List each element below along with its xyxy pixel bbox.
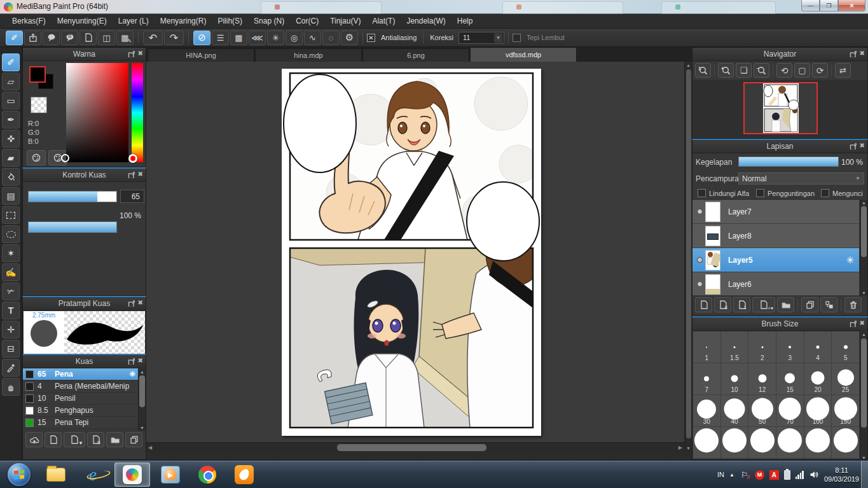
layer-blend-dropdown[interactable]: Normal ▼ bbox=[738, 172, 864, 185]
marquee-select-tool[interactable] bbox=[2, 206, 20, 224]
brush-opacity-slider[interactable] bbox=[28, 221, 117, 233]
layer-settings-icon[interactable]: ✳ bbox=[846, 254, 854, 266]
brush-tool[interactable]: ✐ bbox=[2, 53, 20, 71]
menu-pilih[interactable]: Pilih(S) bbox=[212, 15, 248, 27]
battery-icon[interactable] bbox=[784, 470, 790, 480]
hue-slider[interactable] bbox=[132, 63, 143, 162]
select-eraser-tool[interactable]: ✃ bbox=[2, 282, 20, 300]
layer-folder-button[interactable] bbox=[777, 297, 794, 312]
taskbar-ie-button[interactable]: e bbox=[76, 463, 109, 487]
brush-size-70[interactable]: 70 bbox=[776, 395, 804, 426]
snap-off-button[interactable]: ⊘ bbox=[193, 31, 210, 45]
brush-size-scrollbar[interactable]: ▲ ▼ bbox=[860, 331, 867, 461]
menu-snap[interactable]: Snap (N) bbox=[248, 15, 290, 27]
divide-tool[interactable]: ⊟ bbox=[2, 340, 20, 358]
taskbar-wmp-button[interactable]: ▶ bbox=[154, 463, 187, 487]
saturation-value-picker[interactable] bbox=[66, 63, 128, 162]
brush-size-12[interactable]: 12 bbox=[748, 363, 776, 394]
menu-cor[interactable]: Cor(C) bbox=[290, 15, 324, 27]
brush-size-3[interactable]: 3 bbox=[776, 331, 804, 363]
brush-size-20[interactable]: 20 bbox=[804, 363, 832, 394]
avira-tray-icon[interactable]: A bbox=[769, 470, 779, 480]
tab-hina-mdp[interactable]: hina.mdp bbox=[255, 48, 362, 62]
text-tool[interactable]: T bbox=[2, 302, 20, 319]
foreground-color-swatch[interactable] bbox=[29, 66, 46, 83]
canvas-page[interactable] bbox=[282, 69, 541, 436]
navigator-view-rect[interactable] bbox=[743, 82, 818, 134]
hand-tool[interactable] bbox=[2, 378, 20, 396]
volume-icon[interactable] bbox=[809, 470, 819, 480]
fill-shape-tool[interactable]: ▰ bbox=[2, 149, 20, 167]
close-icon[interactable]: ✖ bbox=[138, 300, 143, 306]
brush-size-30[interactable]: 30 bbox=[693, 395, 720, 426]
vector-pen-tool[interactable]: ✒ bbox=[2, 111, 20, 129]
brush-size-cell[interactable] bbox=[721, 427, 748, 458]
brush-size-10[interactable]: 10 bbox=[721, 363, 748, 394]
brush-size-1-5[interactable]: 1.5 bbox=[721, 331, 748, 363]
popout-icon[interactable] bbox=[849, 142, 857, 150]
new-8bit-layer-button[interactable]: 8 bbox=[714, 297, 731, 312]
rotate-cw-button[interactable]: ⟳ bbox=[812, 63, 828, 78]
layer-row-layer7[interactable]: Layer7 bbox=[692, 200, 859, 224]
protect-alpha-checkbox[interactable] bbox=[698, 189, 706, 197]
lasso-select-tool[interactable] bbox=[2, 225, 20, 243]
brush-row[interactable]: 8.5 Penghapus bbox=[23, 405, 138, 417]
brush-size-cell[interactable] bbox=[693, 427, 720, 458]
brush-size-cell[interactable] bbox=[776, 427, 804, 458]
select-pen-tool[interactable]: ✍ bbox=[2, 263, 20, 281]
brush-list-scrollbar[interactable]: ▲ ▼ bbox=[138, 369, 146, 431]
brush-folder-button[interactable] bbox=[106, 432, 123, 447]
menu-layer[interactable]: Layer (L) bbox=[113, 15, 155, 27]
network-signal-icon[interactable] bbox=[796, 470, 804, 479]
delete-layer-button[interactable] bbox=[844, 297, 862, 312]
taskbar-clock[interactable]: 8:11 09/03/2019 bbox=[824, 466, 859, 484]
brush-size-100[interactable]: 100 bbox=[804, 395, 832, 426]
document-button[interactable] bbox=[79, 31, 97, 45]
layer-row-layer5[interactable]: Layer5 ✳ bbox=[692, 248, 859, 272]
layer-row-layer8[interactable]: Layer8 bbox=[692, 224, 859, 248]
popout-icon[interactable] bbox=[127, 171, 135, 178]
menu-berkas[interactable]: Berkas(F) bbox=[6, 15, 52, 27]
brush-new-menu-button[interactable]: ▼ bbox=[64, 432, 85, 447]
control-point-tool[interactable]: ✛ bbox=[2, 321, 20, 338]
rotate-ccw-button[interactable]: ⟲ bbox=[776, 63, 792, 78]
menu-jendela[interactable]: Jendela(W) bbox=[401, 15, 451, 27]
snap-ellipse-button[interactable]: ◌ bbox=[322, 31, 340, 45]
zoom-out-button[interactable]: − bbox=[754, 63, 769, 78]
add-layer-menu-button[interactable]: +▾ bbox=[752, 297, 775, 312]
layer-visible-icon[interactable] bbox=[694, 281, 705, 287]
bucket-tool[interactable] bbox=[2, 168, 20, 186]
layout-button[interactable]: ◫ bbox=[98, 31, 115, 45]
grid-edit-button[interactable]: ▦✎ bbox=[116, 31, 134, 45]
layer-opacity-slider[interactable] bbox=[738, 157, 839, 167]
koreksi-dropdown[interactable]: 11 ▼ bbox=[458, 32, 504, 44]
new-1bit-layer-button[interactable]: 1 bbox=[733, 297, 750, 312]
brush-new-button[interactable] bbox=[45, 432, 62, 447]
popout-icon[interactable] bbox=[849, 50, 857, 57]
clipping-checkbox[interactable] bbox=[756, 189, 764, 197]
brush-cloud-button[interactable] bbox=[25, 432, 43, 447]
popout-icon[interactable] bbox=[849, 319, 857, 327]
brush-duplicate-button[interactable] bbox=[125, 432, 142, 447]
brush-settings-icon[interactable]: ✳ bbox=[129, 370, 135, 379]
action-center-flag-icon[interactable]: ⚐ ✗ bbox=[740, 470, 750, 480]
brush-size-150[interactable]: 150 bbox=[832, 395, 859, 426]
layers-scrollbar[interactable]: ▲ ▼ bbox=[860, 200, 867, 296]
close-icon[interactable]: ✖ bbox=[860, 50, 865, 57]
restore-button[interactable]: ❐ bbox=[820, 0, 838, 11]
brush-size-5[interactable]: 5 bbox=[832, 331, 859, 363]
duplicate-layer-button[interactable] bbox=[801, 297, 818, 312]
tab-vdfssd-mdp[interactable]: vdfssd.mdp bbox=[470, 47, 577, 62]
zoom-in-button[interactable]: + bbox=[718, 63, 734, 78]
snap-parallel-button[interactable]: ☰ bbox=[212, 31, 229, 45]
brush-row-pena[interactable]: 65 Pena ✳ bbox=[23, 368, 138, 380]
paint-mode-button[interactable]: ✐ bbox=[6, 31, 23, 45]
layer-visible-icon[interactable] bbox=[694, 257, 705, 263]
language-indicator[interactable]: IN bbox=[717, 471, 724, 478]
close-icon[interactable]: ✖ bbox=[860, 143, 865, 149]
snap-grid-button[interactable]: ▦ bbox=[230, 31, 247, 45]
popout-icon[interactable] bbox=[127, 50, 135, 57]
snap-curve-button[interactable]: ∿ bbox=[304, 31, 321, 45]
brush-row[interactable]: 15 Pena Tepi bbox=[23, 417, 138, 429]
comment-lines-button[interactable]: ☰ bbox=[61, 31, 78, 45]
